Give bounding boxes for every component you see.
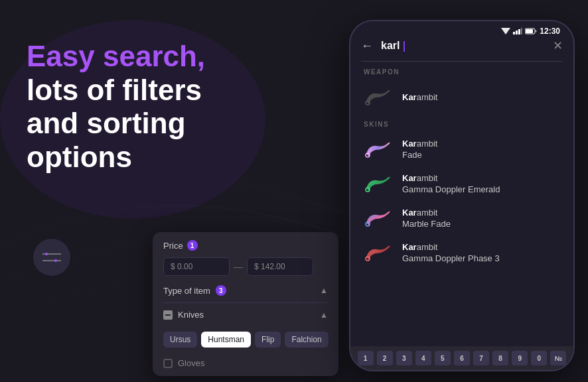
knife-chip-flip[interactable]: Flip (255, 332, 281, 348)
price-to[interactable]: $ 142.00 (247, 257, 313, 276)
search-input-area[interactable]: karl (381, 40, 545, 52)
key-num: № (550, 351, 566, 365)
skin-marble-subname: Marble Fade (402, 219, 560, 229)
type-badge: 3 (216, 285, 226, 296)
skin-gamma-thumb (364, 172, 393, 196)
weapon-section-label: WEAPON (350, 62, 573, 80)
price-from[interactable]: $ 0.00 (163, 257, 230, 276)
skin-item-gamma-doppler-emerald[interactable]: Karambit Gamma Doppler Emerald (350, 166, 573, 201)
skin-gamma-subname: Gamma Doppler Emerald (402, 184, 560, 194)
skin-marble-name: Karambit (402, 208, 560, 219)
weapon-section: WEAPON Karambit (350, 62, 573, 114)
skin-marble-thumb (364, 206, 393, 230)
price-label: Price (163, 241, 183, 251)
skin-marble-info: Karambit Marble Fade (402, 208, 560, 229)
key-6: 6 (454, 351, 470, 365)
key-7: 7 (473, 351, 489, 365)
skin-phase3-info: Karambit Gamma Doppler Phase 3 (402, 242, 560, 263)
type-label: Type of item (163, 286, 210, 296)
key-9: 9 (512, 351, 528, 365)
skin-gamma-name: Karambit (402, 173, 560, 184)
weapon-item[interactable]: Karambit (350, 80, 573, 114)
knife-chip-falchion[interactable]: Falchion (285, 332, 328, 348)
search-highlight: karl (381, 40, 400, 51)
svg-point-4 (54, 259, 57, 262)
gloves-row[interactable]: Gloves (153, 353, 338, 376)
weapon-thumb (364, 85, 393, 109)
skin-item-marble-fade[interactable]: Karambit Marble Fade (350, 201, 573, 235)
skin-phase3-thumb (364, 241, 393, 265)
filter-icon (42, 251, 61, 264)
knives-left: Knives (163, 310, 204, 320)
gloves-label: Gloves (178, 358, 204, 368)
svg-rect-9 (516, 31, 518, 34)
headline-rest: lots of filtersand sortingoptions (27, 74, 202, 173)
price-dash: — (234, 261, 243, 272)
keyboard-hint: 1 2 3 4 5 6 7 8 9 0 № (350, 346, 573, 370)
back-arrow-icon[interactable]: ← (361, 39, 373, 53)
status-time: 12:30 (540, 27, 560, 36)
knives-minus-icon (163, 310, 173, 320)
skin-fade-subname: Fade (402, 150, 560, 160)
phone-mockup: 12:30 ← karl ✕ WEAPON (349, 20, 575, 371)
skin-phase3-name: Karambit (402, 242, 560, 253)
knives-label: Knives (178, 310, 204, 320)
price-row: Price 1 (163, 240, 328, 251)
key-0: 0 (531, 351, 547, 365)
skins-section-label: SKINS (350, 114, 573, 132)
key-5: 5 (435, 351, 451, 365)
headline-accent: Easy search, (27, 40, 205, 72)
weapon-info: Karambit (402, 91, 560, 103)
svg-marker-7 (501, 28, 510, 34)
skin-fade-name: Karambit (402, 139, 560, 150)
skin-item-fade[interactable]: Karambit Fade (350, 132, 573, 166)
key-4: 4 (415, 351, 431, 365)
skin-fade-thumb (364, 137, 393, 161)
weapon-name-rest: ambit (417, 92, 438, 102)
chevron-up-icon: ▲ (320, 286, 328, 295)
weapon-name-highlight: Kar (402, 92, 417, 102)
karambit-marble-icon (364, 208, 393, 228)
headline: Easy search, lots of filtersand sortingo… (27, 40, 279, 174)
svg-point-1 (45, 253, 48, 255)
weapon-name: Karambit (402, 92, 437, 102)
skin-item-gamma-phase3[interactable]: Karambit Gamma Doppler Phase 3 (350, 235, 573, 270)
status-bar: 12:30 (350, 21, 573, 38)
knife-types-row: Ursus Huntsman Flip Falchion (153, 326, 338, 353)
skin-phase3-subname: Gamma Doppler Phase 3 (402, 253, 560, 263)
karambit-fade-icon (364, 139, 393, 159)
filter-card-inner: Price 1 $ 0.00 — $ 142.00 Type of item 3… (153, 232, 338, 303)
status-icons (501, 28, 537, 34)
skin-fade-info: Karambit Fade (402, 139, 560, 160)
price-inputs: $ 0.00 — $ 142.00 (163, 257, 328, 276)
knife-chip-huntsman[interactable]: Huntsman (201, 332, 251, 348)
svg-rect-14 (536, 31, 537, 32)
key-1: 1 (358, 351, 374, 365)
karambit-phase3-icon (364, 243, 393, 263)
svg-rect-8 (513, 32, 515, 34)
key-8: 8 (492, 351, 508, 365)
karambit-weapon-icon (364, 87, 393, 107)
search-query: karl (381, 40, 405, 52)
key-3: 3 (396, 351, 412, 365)
knife-chip-ursus[interactable]: Ursus (163, 332, 197, 348)
search-bar[interactable]: ← karl ✕ (350, 38, 573, 61)
skins-section: SKINS (350, 114, 573, 270)
knives-chevron-up-icon: ▲ (320, 310, 328, 320)
skin-gamma-info: Karambit Gamma Doppler Emerald (402, 173, 560, 194)
key-2: 2 (377, 351, 393, 365)
svg-rect-13 (526, 29, 533, 33)
battery-icon (525, 28, 537, 34)
gloves-checkbox[interactable] (163, 359, 173, 368)
type-of-item-row[interactable]: Type of item 3 ▲ (163, 285, 328, 303)
signal-icon (513, 28, 522, 34)
close-icon[interactable]: ✕ (553, 38, 563, 53)
phone-frame: 12:30 ← karl ✕ WEAPON (349, 20, 575, 371)
type-label-row: Type of item 3 (163, 285, 226, 296)
svg-rect-10 (518, 29, 520, 34)
search-cursor (404, 41, 405, 52)
knives-row[interactable]: Knives ▲ (153, 303, 338, 326)
price-badge: 1 (187, 240, 198, 251)
filter-icon-circle[interactable] (33, 239, 70, 276)
filter-card: Price 1 $ 0.00 — $ 142.00 Type of item 3… (153, 232, 338, 376)
